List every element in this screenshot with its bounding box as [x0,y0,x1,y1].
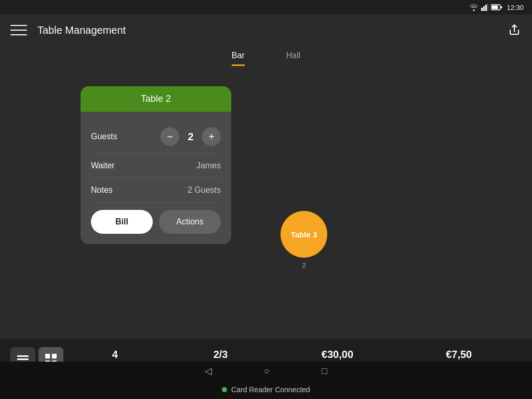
notes-label: Notes [91,185,113,195]
card-title: Table 2 [141,94,171,104]
table-popup-card: Table 2 Guests − 2 + Waiter James Notes … [81,86,231,244]
svg-rect-3 [487,4,488,11]
svg-rect-2 [485,5,487,11]
battery-icon [491,4,502,10]
stat-avg-value: €7,50 [446,349,472,361]
nav-recent-button[interactable]: □ [322,366,327,377]
svg-rect-1 [483,6,485,11]
stat-seated-value: 2/3 [214,349,228,361]
svg-rect-0 [481,8,483,11]
stat-unpaid-value: €30,00 [322,349,353,361]
increment-guests-button[interactable]: + [202,127,221,146]
share-icon[interactable] [507,23,522,37]
svg-rect-9 [17,358,29,360]
waiter-row: Waiter James [91,154,221,178]
time-display: 12:30 [507,4,524,11]
table-circle-3[interactable]: Table 3 2 [281,211,327,258]
app-title: Table Management [37,24,126,36]
tabs: Bar Hall [0,46,532,71]
notes-value: 2 Guests [188,185,221,195]
waiter-label: Waiter [91,161,115,170]
guests-control: − 2 + [161,127,221,146]
bill-button[interactable]: Bill [91,210,153,234]
table3-label: Table 3 [291,230,317,239]
svg-rect-11 [45,354,50,358]
guest-count: 2 [185,131,196,143]
card-header: Table 2 [81,86,231,112]
signal-icons [469,4,502,11]
nav-back-button[interactable]: ◁ [205,365,212,377]
stat-guests-value: 4 [112,349,118,361]
signal-icon [481,4,488,11]
card-actions: Bill Actions [91,203,221,236]
top-bar: Table Management [0,15,532,46]
svg-rect-8 [17,355,29,357]
guests-row: Guests − 2 + [91,120,221,154]
status-bar: 12:30 [0,0,532,15]
notes-row: Notes 2 Guests [91,178,221,203]
table3-guests: 2 [302,261,305,269]
svg-rect-5 [492,6,498,9]
tab-bar[interactable]: Bar [232,51,245,66]
decrement-guests-button[interactable]: − [161,127,179,146]
main-content: Table 2 Guests − 2 + Waiter James Notes … [0,71,532,357]
card-reader-text: Card Reader Connected [231,385,310,394]
svg-rect-12 [52,354,57,358]
tab-hall[interactable]: Hall [286,51,301,66]
guests-label: Guests [91,132,117,141]
nav-home-button[interactable]: ○ [264,366,270,377]
card-body: Guests − 2 + Waiter James Notes 2 Guests… [81,112,231,244]
wifi-icon [469,4,478,11]
card-reader-status-dot [222,387,227,392]
svg-rect-6 [501,6,502,8]
menu-icon[interactable] [10,25,27,35]
actions-button[interactable]: Actions [159,210,221,234]
waiter-value: James [196,161,221,170]
android-nav-bar: ◁ ○ □ [0,362,532,380]
card-reader-bar: Card Reader Connected [0,380,532,399]
